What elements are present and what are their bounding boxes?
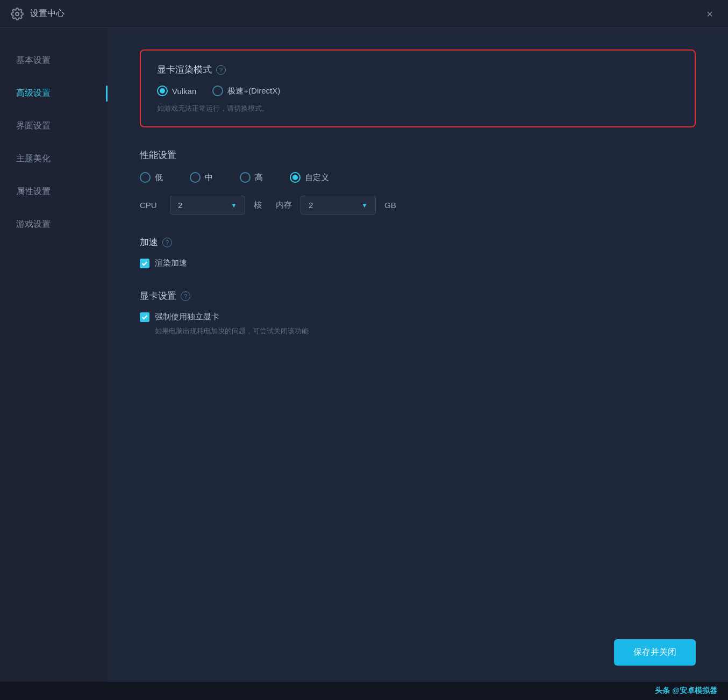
sidebar-item-theme[interactable]: 主题美化 bbox=[0, 142, 108, 175]
mem-dropdown-arrow: ▼ bbox=[361, 202, 368, 209]
force-discrete-checkbox[interactable] bbox=[140, 312, 149, 322]
perf-low-radio[interactable] bbox=[140, 172, 151, 183]
footer: 保存并关闭 bbox=[108, 628, 728, 682]
cpu-dropdown-arrow: ▼ bbox=[231, 202, 237, 209]
accel-title: 加速 ? bbox=[140, 236, 696, 248]
perf-mid-radio[interactable] bbox=[190, 172, 201, 183]
gpu-settings-title: 显卡设置 ? bbox=[140, 290, 696, 302]
perf-section: 性能设置 低 中 高 自定义 bbox=[140, 149, 696, 215]
mem-value: 2 bbox=[309, 201, 313, 210]
sidebar-item-advanced[interactable]: 高级设置 bbox=[0, 77, 108, 110]
gpu-render-options: Vulkan 极速+(DirectX) bbox=[157, 85, 679, 96]
gpu-render-help-icon[interactable]: ? bbox=[216, 65, 226, 75]
cpu-mem-row: CPU 2 ▼ 核 内存 2 ▼ GB bbox=[140, 196, 696, 215]
directx-label: 极速+(DirectX) bbox=[227, 86, 280, 96]
gpu-settings-help-icon[interactable]: ? bbox=[181, 291, 190, 301]
check-icon-2 bbox=[141, 314, 148, 320]
perf-mid-option[interactable]: 中 bbox=[190, 172, 213, 183]
accel-help-icon[interactable]: ? bbox=[162, 238, 172, 247]
accel-section: 加速 ? 渲染加速 bbox=[140, 236, 696, 268]
gpu-render-title: 显卡渲染模式 ? bbox=[157, 63, 679, 76]
cpu-unit: 核 bbox=[254, 200, 262, 210]
gpu-render-hint: 如游戏无法正常运行，请切换模式。 bbox=[157, 104, 679, 113]
title-bar-left: 设置中心 bbox=[11, 8, 65, 20]
perf-custom-option[interactable]: 自定义 bbox=[290, 172, 329, 183]
gpu-render-box: 显卡渲染模式 ? Vulkan 极速+(DirectX) 如游戏无法正常运行，请… bbox=[140, 49, 696, 127]
cpu-dropdown[interactable]: 2 ▼ bbox=[170, 196, 245, 215]
title-bar: 设置中心 × bbox=[0, 0, 728, 28]
mem-label: 内存 bbox=[276, 200, 292, 210]
perf-title: 性能设置 bbox=[140, 149, 696, 161]
content-area: 显卡渲染模式 ? Vulkan 极速+(DirectX) 如游戏无法正常运行，请… bbox=[108, 28, 728, 628]
sidebar-item-props[interactable]: 属性设置 bbox=[0, 175, 108, 208]
watermark-prefix: 头条 @ bbox=[655, 686, 680, 695]
vulkan-label: Vulkan bbox=[172, 87, 196, 96]
sidebar-item-basic[interactable]: 基本设置 bbox=[0, 44, 108, 77]
force-discrete-row[interactable]: 强制使用独立显卡 bbox=[140, 312, 696, 322]
gpu-settings-hint: 如果电脑出现耗电加快的问题，可尝试关闭该功能 bbox=[140, 326, 696, 336]
svg-point-0 bbox=[16, 12, 19, 16]
perf-custom-radio[interactable] bbox=[290, 172, 301, 183]
render-accel-row[interactable]: 渲染加速 bbox=[140, 258, 696, 268]
force-discrete-label: 强制使用独立显卡 bbox=[155, 312, 219, 322]
perf-custom-label: 自定义 bbox=[305, 173, 329, 183]
sidebar-item-ui[interactable]: 界面设置 bbox=[0, 110, 108, 142]
cpu-label: CPU bbox=[140, 201, 161, 210]
vulkan-radio[interactable] bbox=[157, 85, 168, 96]
cpu-value: 2 bbox=[178, 201, 182, 210]
directx-radio[interactable] bbox=[212, 85, 223, 96]
window-title: 设置中心 bbox=[30, 8, 65, 19]
sidebar: 基本设置 高级设置 界面设置 主题美化 属性设置 游戏设置 bbox=[0, 28, 108, 682]
perf-options: 低 中 高 自定义 bbox=[140, 172, 696, 183]
settings-icon bbox=[11, 8, 24, 20]
perf-high-label: 高 bbox=[255, 173, 263, 183]
check-icon bbox=[141, 260, 148, 267]
perf-mid-label: 中 bbox=[205, 173, 213, 183]
directx-option[interactable]: 极速+(DirectX) bbox=[212, 85, 280, 96]
render-accel-checkbox[interactable] bbox=[140, 259, 149, 268]
perf-high-option[interactable]: 高 bbox=[240, 172, 263, 183]
watermark: 头条 @安卓模拟器 bbox=[0, 682, 728, 700]
perf-high-radio[interactable] bbox=[240, 172, 251, 183]
render-accel-label: 渲染加速 bbox=[155, 258, 187, 268]
main-layout: 基本设置 高级设置 界面设置 主题美化 属性设置 游戏设置 显卡渲染模式 ? bbox=[0, 28, 728, 682]
watermark-brand: 安卓模拟器 bbox=[680, 686, 717, 695]
save-button[interactable]: 保存并关闭 bbox=[614, 639, 696, 666]
mem-dropdown[interactable]: 2 ▼ bbox=[301, 196, 376, 215]
perf-low-option[interactable]: 低 bbox=[140, 172, 163, 183]
gpu-settings-section: 显卡设置 ? 强制使用独立显卡 如果电脑出现耗电加快的问题，可尝试关闭该功能 bbox=[140, 290, 696, 336]
perf-low-label: 低 bbox=[155, 173, 163, 183]
sidebar-item-games[interactable]: 游戏设置 bbox=[0, 208, 108, 241]
close-button[interactable]: × bbox=[702, 6, 717, 22]
vulkan-option[interactable]: Vulkan bbox=[157, 85, 196, 96]
mem-unit: GB bbox=[384, 201, 396, 210]
